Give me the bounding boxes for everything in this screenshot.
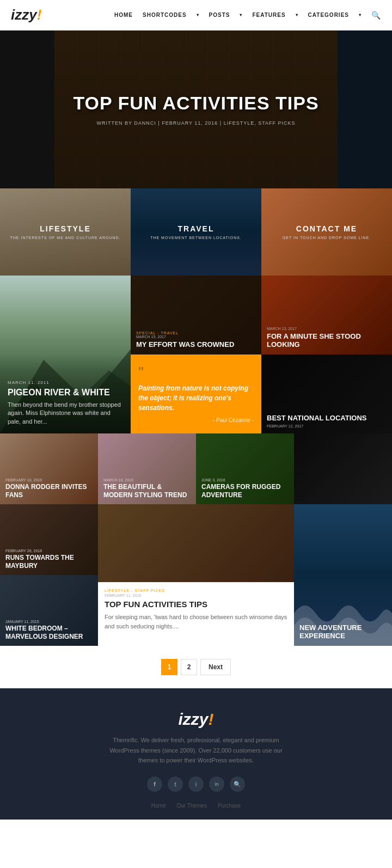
hero-content: TOP FUN ACTIVITIES TIPS WRITTEN BY DANNC…: [62, 82, 329, 136]
post-bedroom-content: JANUARY 11, 2015 WHITE BEDROOM – MARVELO…: [0, 614, 98, 646]
post-cameras-title: CAMERAS FOR RUGGED ADVENTURE: [201, 483, 289, 499]
pagination: 1 2 Next: [0, 646, 392, 688]
post-bedroom-date: JANUARY 11, 2015: [5, 620, 93, 624]
post-national-date: FEBRUARY 12, 2017: [267, 424, 387, 428]
quote-text: Painting from nature is not copying the …: [138, 383, 254, 413]
post-runs-title: RUNS TOWARDS THE MAYBURY: [5, 554, 93, 570]
post-national-dark[interactable]: [294, 433, 392, 504]
blog-row-2: FEBRUARY 10, 2019 DONNA RODGER INVITES F…: [0, 433, 392, 504]
post-minute-date: MARCH 13, 2017: [267, 327, 387, 331]
footer-social: f t i in 🔍: [11, 777, 381, 792]
social-search[interactable]: 🔍: [230, 777, 245, 792]
hero-left-panel: [0, 30, 54, 188]
post-pigeon-title: PIGEON RIVER & WHITE: [8, 387, 123, 398]
post-new-adventure[interactable]: NEW ADVENTURE EXPERIENCE: [294, 504, 392, 646]
post-adventure-content: NEW ADVENTURE EXPERIENCE: [294, 617, 392, 646]
footer-description: Themrific. We deliver fresh, professiona…: [103, 735, 289, 766]
cat-contact[interactable]: CONTACT ME GET IN TOUCH AND DROP SOME LI…: [261, 188, 392, 276]
post-runs-date: FEBRUARY 26, 2018: [5, 549, 93, 553]
quote-card: " Painting from nature is not copying th…: [131, 354, 261, 433]
footer-link-purchase[interactable]: Purchase: [218, 803, 241, 809]
hero-meta: WRITTEN BY DANNCI | FEBRUARY 11, 2016 | …: [73, 120, 318, 126]
post-effort-crowned[interactable]: SPECIAL - TRAVEL MARCH 15, 2017 MY EFFOR…: [131, 276, 261, 354]
post-pigeon-river[interactable]: MARCH 11, 2011 PIGEON RIVER & WHITE Then…: [0, 276, 131, 433]
post-national-content: BEST NATIONAL LOCATIONS FEBRUARY 12, 201…: [261, 407, 392, 433]
cat-travel-sub: THE MOVEMENT BETWEEN LOCATIONS.: [150, 236, 242, 240]
quote-mark: ": [138, 365, 144, 380]
post-topfun-tag: LIFESTYLE - STAFF PICKS: [105, 589, 287, 592]
blog-row-1: MARCH 11, 2011 PIGEON RIVER & WHITE Then…: [0, 276, 392, 433]
post-adventure-title: NEW ADVENTURE EXPERIENCE: [299, 624, 387, 640]
post-topfun-excerpt: For sleeping man, 'twas hard to choose b…: [105, 613, 287, 631]
post-cameras-date: JUNE 3, 2016: [201, 478, 289, 482]
footer-link-themes[interactable]: Our Themes: [177, 803, 207, 809]
page-2[interactable]: 2: [181, 659, 197, 675]
post-cameras-content: JUNE 3, 2016 CAMERAS FOR RUGGED ADVENTUR…: [196, 473, 294, 504]
col-left-stack: FEBRUARY 26, 2018 RUNS TOWARDS THE MAYBU…: [0, 504, 98, 646]
hero-slider: TOP FUN ACTIVITIES TIPS WRITTEN BY DANNC…: [0, 30, 392, 188]
nav-shortcodes[interactable]: SHORTCODES: [143, 12, 187, 18]
post-runs-content: FEBRUARY 26, 2018 RUNS TOWARDS THE MAYBU…: [0, 543, 98, 575]
post-donna[interactable]: FEBRUARY 10, 2019 DONNA RODGER INVITES F…: [0, 433, 98, 504]
page-1[interactable]: 1: [161, 659, 177, 675]
cat-lifestyle-sub: THE INTERESTS OF ME AND CULTURE AROUND.: [10, 236, 121, 240]
post-donna-content: FEBRUARY 10, 2019 DONNA RODGER INVITES F…: [0, 473, 98, 504]
category-row: LIFESTYLE THE INTERESTS OF ME AND CULTUR…: [0, 188, 392, 276]
social-facebook[interactable]: f: [147, 777, 162, 792]
post-beautiful-content: MARCH 18, 2016 THE BEAUTIFUL & MODERN ST…: [98, 473, 196, 504]
footer: izzy! Themrific. We deliver fresh, profe…: [0, 688, 392, 820]
post-pigeon-date: MARCH 11, 2011: [8, 380, 123, 385]
logo[interactable]: izzy!: [11, 7, 41, 23]
post-beautiful-date: MARCH 18, 2016: [103, 478, 191, 482]
post-minute-content: MARCH 13, 2017 FOR A MINUTE SHE STOOD LO…: [261, 321, 392, 354]
post-donna-date: FEBRUARY 10, 2019: [5, 478, 93, 482]
post-topfun-title: TOP FUN ACTIVITIES TIPS: [105, 600, 287, 609]
post-effort-date: MARCH 15, 2017: [136, 335, 256, 339]
navbar: izzy! HOME SHORTCODES▾ POSTS▾ FEATURES▾ …: [0, 0, 392, 30]
post-pigeon-excerpt: Then beyond the bend my brother stopped …: [8, 401, 123, 426]
post-beautiful-title: THE BEAUTIFUL & MODERN STYLING TREND: [103, 483, 191, 499]
post-white-bedroom[interactable]: JANUARY 11, 2015 WHITE BEDROOM – MARVELO…: [0, 575, 98, 646]
post-minute-stood[interactable]: MARCH 13, 2017 FOR A MINUTE SHE STOOD LO…: [261, 276, 392, 354]
nav-categories[interactable]: CATEGORIES: [308, 12, 349, 18]
social-linkedin[interactable]: in: [209, 777, 224, 792]
cat-contact-sub: GET IN TOUCH AND DROP SOME LINE.: [283, 236, 371, 240]
nav-home[interactable]: HOME: [114, 12, 133, 18]
post-runs[interactable]: FEBRUARY 26, 2018 RUNS TOWARDS THE MAYBU…: [0, 504, 98, 575]
cat-lifestyle[interactable]: LIFESTYLE THE INTERESTS OF ME AND CULTUR…: [0, 188, 131, 276]
hero-right-panel: [338, 30, 392, 188]
search-icon[interactable]: 🔍: [371, 11, 381, 20]
hero-main: TOP FUN ACTIVITIES TIPS WRITTEN BY DANNC…: [54, 30, 338, 188]
footer-logo: izzy!: [11, 710, 381, 729]
post-national-title: BEST NATIONAL LOCATIONS: [267, 414, 387, 423]
blog-row-3: FEBRUARY 26, 2018 RUNS TOWARDS THE MAYBU…: [0, 504, 392, 646]
cat-travel[interactable]: TRAVEL THE MOVEMENT BETWEEN LOCATIONS.: [131, 188, 261, 276]
post-donna-title: DONNA RODGER INVITES FANS: [5, 483, 93, 499]
post-effort-content: SPECIAL - TRAVEL MARCH 15, 2017 MY EFFOR…: [131, 326, 261, 354]
social-twitter[interactable]: t: [168, 777, 183, 792]
post-minute-title: FOR A MINUTE SHE STOOD LOOKING: [267, 332, 387, 349]
post-effort-title: MY EFFORT WAS CROWNED: [136, 340, 256, 349]
cat-contact-title: CONTACT ME: [283, 224, 371, 233]
post-top-fun[interactable]: LIFESTYLE - STAFF PICKS FEBRUARY 11, 201…: [98, 504, 294, 646]
post-bedroom-title: WHITE BEDROOM – MARVELOUS DESIGNER: [5, 625, 93, 640]
nav-posts[interactable]: POSTS: [209, 12, 230, 18]
page-next[interactable]: Next: [200, 659, 231, 675]
post-pigeon-river-content: MARCH 11, 2011 PIGEON RIVER & WHITE Then…: [0, 372, 131, 433]
footer-links: Home Our Themes Purchase: [11, 803, 381, 809]
footer-link-home[interactable]: Home: [151, 803, 166, 809]
post-topfun-date: FEBRUARY 11, 2016: [105, 594, 287, 597]
cat-travel-title: TRAVEL: [150, 224, 242, 233]
post-best-national[interactable]: BEST NATIONAL LOCATIONS FEBRUARY 12, 201…: [261, 354, 392, 433]
post-cameras[interactable]: JUNE 3, 2016 CAMERAS FOR RUGGED ADVENTUR…: [196, 433, 294, 504]
nav-features[interactable]: FEATURES: [252, 12, 285, 18]
hero-title: TOP FUN ACTIVITIES TIPS: [73, 93, 318, 113]
post-beautiful[interactable]: MARCH 18, 2016 THE BEAUTIFUL & MODERN ST…: [98, 433, 196, 504]
social-instagram[interactable]: i: [188, 777, 204, 792]
cat-lifestyle-title: LIFESTYLE: [10, 224, 121, 233]
quote-author: - Paul Cézanne -: [138, 417, 254, 423]
